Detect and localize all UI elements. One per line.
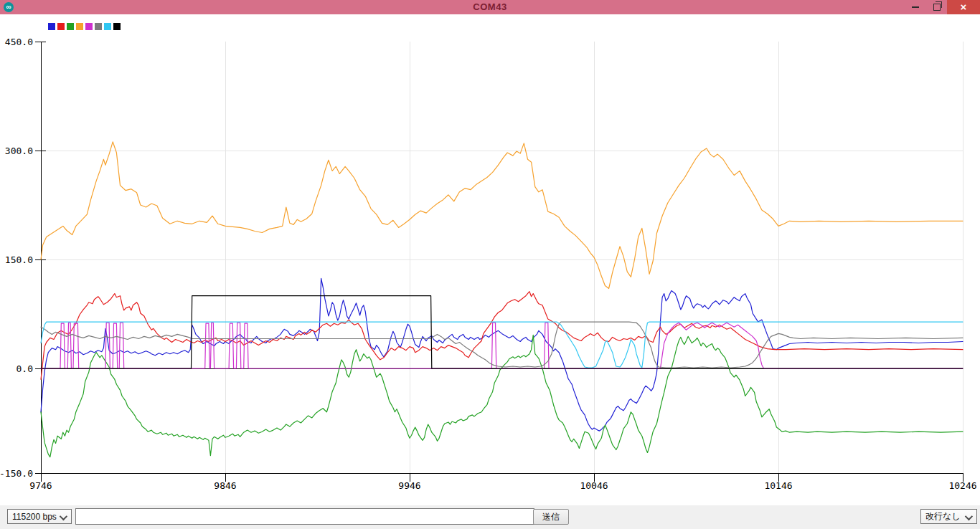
x-tick-label: 10246 — [948, 480, 976, 491]
y-tick-label: 300.0 — [5, 146, 33, 156]
statusbar: 115200 bps 送信 改行なし — [0, 505, 980, 529]
y-tick-label: 450.0 — [5, 37, 33, 47]
legend-swatch-2 — [57, 23, 65, 30]
x-tick-label: 9846 — [214, 480, 236, 491]
series-7-cyan-line — [41, 322, 963, 368]
x-tick-label: 9746 — [29, 480, 52, 491]
series-5-magenta-line — [41, 323, 963, 368]
line-ending-select[interactable]: 改行なし — [920, 509, 977, 524]
x-tick-label: 9946 — [398, 480, 420, 491]
legend-swatch-6 — [95, 23, 102, 30]
line-ending-value: 改行なし — [925, 510, 961, 523]
titlebar[interactable]: ∞ COM43 × — [0, 0, 980, 14]
series-4-orange-line — [41, 142, 963, 289]
serial-plotter-chart: 450.0300.0150.00.0-150.09746984699461004… — [0, 0, 980, 529]
baud-rate-value: 115200 bps — [12, 512, 57, 522]
legend-swatch-3 — [67, 23, 74, 30]
restore-icon — [933, 4, 941, 11]
chevron-down-icon — [60, 513, 67, 520]
x-tick-label: 10046 — [580, 480, 608, 491]
x-tick-label: 10146 — [764, 480, 792, 491]
legend-swatch-8 — [113, 23, 121, 30]
y-tick-label: 150.0 — [5, 254, 33, 265]
chevron-down-icon — [965, 513, 973, 520]
series-legend — [48, 23, 121, 30]
window-title: COM43 — [0, 0, 980, 14]
series-6-gray-line — [41, 322, 963, 368]
baud-rate-select[interactable]: 115200 bps — [7, 509, 72, 524]
send-button[interactable]: 送信 — [533, 509, 569, 525]
series-3-green-line — [41, 335, 963, 457]
legend-swatch-5 — [85, 23, 93, 30]
y-tick-label: -150.0 — [0, 468, 33, 479]
serial-plotter-window: 450.0300.0150.00.0-150.09746984699461004… — [0, 0, 980, 529]
legend-swatch-4 — [76, 23, 83, 30]
series-8-black-line — [41, 296, 963, 368]
serial-message-input[interactable] — [75, 508, 534, 525]
close-icon: × — [961, 1, 967, 14]
close-button[interactable]: × — [947, 0, 980, 14]
minimize-icon — [912, 6, 919, 8]
minimize-button[interactable] — [905, 0, 925, 14]
legend-swatch-7 — [104, 23, 111, 30]
y-tick-label: 0.0 — [17, 363, 33, 374]
series-1-blue-line — [41, 278, 963, 431]
legend-swatch-1 — [48, 23, 55, 30]
series-2-red-line — [41, 292, 963, 380]
restore-button[interactable] — [927, 0, 947, 14]
